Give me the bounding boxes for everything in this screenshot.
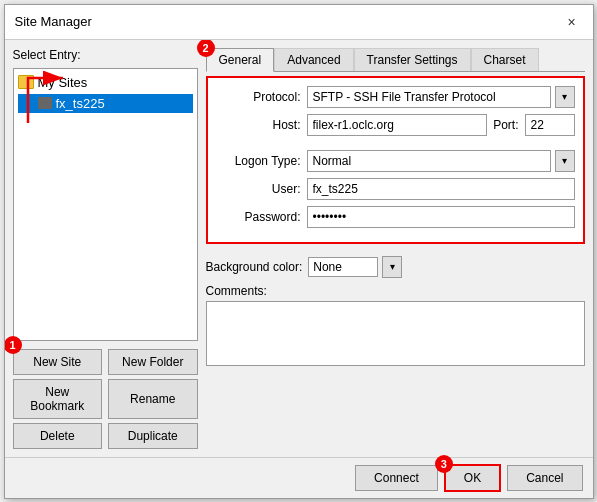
- comments-textarea[interactable]: [206, 301, 585, 366]
- logon-input[interactable]: [307, 150, 551, 172]
- tab-transfer-settings[interactable]: Transfer Settings: [354, 48, 471, 71]
- right-panel: General 2 Advanced Transfer Settings Cha…: [206, 48, 585, 449]
- new-site-badge: 1: [5, 336, 22, 354]
- comments-section: Comments:: [206, 284, 585, 369]
- port-label: Port:: [493, 118, 518, 132]
- user-input[interactable]: [307, 178, 575, 200]
- title-bar: Site Manager ×: [5, 5, 593, 40]
- delete-button[interactable]: Delete: [13, 423, 103, 449]
- protocol-field-container: document.addEventListener('DOMContentLoa…: [307, 86, 575, 108]
- bg-color-input[interactable]: [308, 257, 378, 277]
- protocol-row: Protocol: document.addEventListener('DOM…: [216, 86, 575, 108]
- bg-color-row: Background color: ▾: [206, 256, 585, 278]
- dialog-footer: Connect OK 3 Cancel: [5, 457, 593, 498]
- main-form: Protocol: document.addEventListener('DOM…: [206, 76, 585, 244]
- site-manager-dialog: Site Manager × Select Entry: My Sites fx…: [4, 4, 594, 499]
- port-input[interactable]: [525, 114, 575, 136]
- cancel-button[interactable]: Cancel: [507, 465, 582, 491]
- ok-button[interactable]: OK: [444, 464, 501, 492]
- password-input[interactable]: [307, 206, 575, 228]
- logon-dropdown-btn[interactable]: ▾: [555, 150, 575, 172]
- duplicate-button[interactable]: Duplicate: [108, 423, 198, 449]
- protocol-input[interactable]: [307, 86, 551, 108]
- tabs-bar: General 2 Advanced Transfer Settings Cha…: [206, 48, 585, 72]
- host-input[interactable]: [307, 114, 488, 136]
- dialog-body: Select Entry: My Sites fx_ts225: [5, 40, 593, 457]
- bg-color-label: Background color:: [206, 260, 303, 274]
- protocol-dropdown-btn[interactable]: ▾: [555, 86, 575, 108]
- tree-view: My Sites fx_ts225: [13, 68, 198, 341]
- tab-general[interactable]: General: [206, 48, 275, 72]
- user-row: User:: [216, 178, 575, 200]
- btn-row-3: Delete Duplicate: [13, 423, 198, 449]
- connect-button[interactable]: Connect: [355, 465, 438, 491]
- password-label: Password:: [216, 210, 301, 224]
- tab-charset[interactable]: Charset: [471, 48, 539, 71]
- new-bookmark-button[interactable]: New Bookmark: [13, 379, 103, 419]
- host-row: Host: Port:: [216, 114, 575, 136]
- user-label: User:: [216, 182, 301, 196]
- btn-row-2: New Bookmark Rename: [13, 379, 198, 419]
- general-tab-badge: 2: [197, 40, 215, 57]
- comments-label: Comments:: [206, 284, 585, 298]
- tree-section: My Sites fx_ts225: [13, 68, 198, 341]
- select-entry-label: Select Entry:: [13, 48, 198, 62]
- ok-badge: 3: [435, 455, 453, 473]
- logon-row: Logon Type: ▾: [216, 150, 575, 172]
- new-site-button[interactable]: New Site: [13, 349, 103, 375]
- host-field-container: Port:: [307, 114, 575, 136]
- dialog-title: Site Manager: [15, 14, 92, 29]
- left-buttons-container: 1 New Site New Folder New Bookmark Renam…: [13, 345, 198, 449]
- bg-color-container: ▾: [308, 256, 402, 278]
- host-label: Host:: [216, 118, 301, 132]
- new-folder-button[interactable]: New Folder: [108, 349, 198, 375]
- btn-row-1: New Site New Folder: [13, 349, 198, 375]
- rename-button[interactable]: Rename: [108, 379, 198, 419]
- left-panel: Select Entry: My Sites fx_ts225: [13, 48, 198, 449]
- bottom-section: Background color: ▾ Comments:: [206, 252, 585, 373]
- logon-field-container: ▾: [307, 150, 575, 172]
- protocol-label: Protocol:: [216, 90, 301, 104]
- bg-color-dropdown-btn[interactable]: ▾: [382, 256, 402, 278]
- tab-advanced[interactable]: Advanced: [274, 48, 353, 71]
- password-row: Password:: [216, 206, 575, 228]
- close-button[interactable]: ×: [561, 11, 583, 33]
- logon-label: Logon Type:: [216, 154, 301, 168]
